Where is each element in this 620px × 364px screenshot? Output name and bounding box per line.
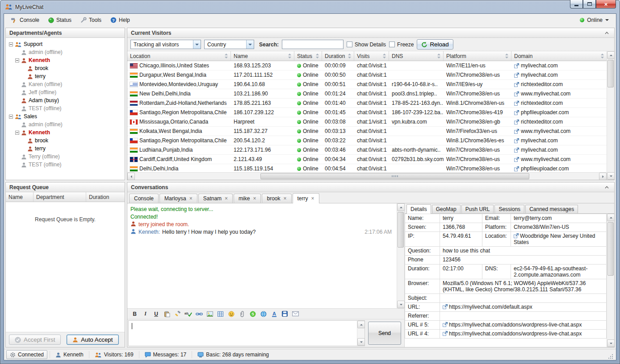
visitor-row[interactable]: Ludhiana,Punjab,India122.173.171.96Onlin… bbox=[127, 145, 607, 155]
tree-collapse-icon[interactable] bbox=[9, 42, 13, 46]
accept-first-button[interactable]: Accept First bbox=[9, 335, 61, 345]
tree-node-kenneth[interactable]: Kenneth bbox=[6, 56, 125, 64]
scrollbar-thumb[interactable] bbox=[607, 60, 614, 87]
menu-status[interactable]: Status bbox=[44, 15, 75, 25]
scrollbar-thumb[interactable] bbox=[260, 173, 530, 179]
skype-button[interactable]: S bbox=[247, 310, 258, 318]
column-header-duration[interactable]: Duration bbox=[322, 51, 354, 61]
hyperlink-button[interactable] bbox=[194, 310, 204, 318]
input-scrollbar[interactable] bbox=[357, 321, 364, 346]
visitor-row[interactable]: Durgapur,West Bengal,India117.201.111.15… bbox=[127, 70, 607, 80]
send-button[interactable]: Send bbox=[368, 322, 401, 345]
details-tab-geomap[interactable]: GeoMap bbox=[432, 205, 461, 213]
details-value[interactable]: Woodbridge New Jersey United States bbox=[511, 232, 607, 247]
details-tab-push-url[interactable]: Push URL bbox=[461, 205, 494, 213]
visitors-horizontal-scrollbar[interactable] bbox=[127, 172, 607, 180]
reload-button[interactable]: Reload bbox=[417, 39, 453, 50]
visitor-row[interactable]: Chicago,Illinois,United States168.93.125… bbox=[127, 61, 607, 70]
connection-status[interactable]: Connected bbox=[6, 350, 47, 359]
close-button[interactable]: × bbox=[596, 0, 616, 8]
close-tab-icon[interactable]: × bbox=[189, 196, 193, 201]
close-tab-icon[interactable]: × bbox=[253, 196, 256, 201]
tree-node-jeff-offline-[interactable]: Jeff (offline) bbox=[6, 88, 125, 96]
close-tab-icon[interactable]: × bbox=[284, 196, 287, 201]
email-transcript-button[interactable] bbox=[290, 310, 301, 318]
scroll-down-button[interactable] bbox=[607, 339, 615, 347]
tree-node-sales[interactable]: Sales bbox=[6, 112, 125, 120]
details-value[interactable]: https://mylivechat.com/addons/wordpress-… bbox=[440, 321, 607, 330]
visitor-row[interactable]: Kolkata,West Bengal,India115.187.32.27On… bbox=[127, 127, 607, 136]
scroll-up-button[interactable] bbox=[607, 214, 615, 221]
scroll-down-button[interactable] bbox=[397, 301, 405, 308]
bold-button[interactable]: B bbox=[130, 310, 140, 318]
freeze-checkbox[interactable]: Freeze bbox=[389, 41, 414, 48]
details-value[interactable]: https://mylivechat.com/addons/wordpress-… bbox=[440, 330, 607, 339]
search-input[interactable] bbox=[282, 40, 344, 49]
visitor-row[interactable]: Santiago,Region Metropolitana,Chile200.5… bbox=[127, 136, 607, 145]
country-filter-select[interactable]: Country bbox=[204, 40, 254, 49]
tree-collapse-icon[interactable] bbox=[15, 131, 19, 135]
resize-grip[interactable] bbox=[607, 354, 614, 360]
chat-vertical-scrollbar[interactable] bbox=[397, 203, 404, 308]
visitors-vertical-scrollbar[interactable] bbox=[607, 51, 614, 180]
details-tab-canned-messages[interactable]: Canned messages bbox=[525, 205, 578, 213]
tree-node-terry[interactable]: terry bbox=[6, 72, 125, 80]
collapse-conversations-button[interactable] bbox=[603, 184, 611, 191]
tree-node-adam-busy-[interactable]: Adam (busy) bbox=[6, 96, 125, 104]
tree-node-brook[interactable]: brook bbox=[6, 136, 125, 145]
chat-tab-mike[interactable]: mike× bbox=[234, 194, 261, 203]
paste-button[interactable] bbox=[162, 310, 172, 318]
font-color-button[interactable]: A bbox=[269, 310, 279, 318]
menu-tools[interactable]: Tools bbox=[76, 15, 105, 25]
tree-node-test-offline-[interactable]: TEST (offline) bbox=[6, 104, 125, 112]
scroll-right-button[interactable] bbox=[599, 173, 607, 180]
attachment-button[interactable] bbox=[237, 310, 247, 318]
queue-column-duration[interactable]: Duration bbox=[86, 192, 125, 202]
tree-node-kenneth[interactable]: Kenneth bbox=[6, 128, 125, 136]
scrollbar-thumb[interactable] bbox=[607, 222, 614, 276]
message-input[interactable] bbox=[129, 321, 357, 346]
scroll-up-button[interactable] bbox=[397, 203, 405, 211]
tracking-filter-select[interactable]: Tracking all visitors bbox=[130, 40, 201, 49]
visitor-row[interactable]: Santiago,Region Metropolitana,Chile186.1… bbox=[127, 108, 607, 117]
spellcheck-button[interactable]: ab bbox=[183, 310, 193, 318]
details-value[interactable]: https://mylivechat.com/default.aspx bbox=[440, 303, 607, 312]
column-header-dns[interactable]: DNS bbox=[389, 51, 444, 61]
tree-node-admin-offline-[interactable]: admin (offline) bbox=[6, 120, 125, 128]
insert-image-button[interactable] bbox=[205, 310, 215, 318]
visitor-row[interactable]: Montevideo,Montevideo,Uruguay190.64.10.6… bbox=[127, 80, 607, 89]
column-header-platform[interactable]: Platform bbox=[444, 51, 511, 61]
tree-node-admin-offline-[interactable]: admin (offline) bbox=[6, 48, 125, 56]
italic-button[interactable]: I bbox=[140, 310, 151, 318]
visitor-row[interactable]: Delhi,Delhi,India115.185.119.154Online00… bbox=[127, 164, 607, 172]
visitor-row[interactable]: New Delhi,Delhi,India103.21.186.90Online… bbox=[127, 89, 607, 99]
online-status-dropdown[interactable]: Online bbox=[575, 16, 613, 25]
details-tab-details[interactable]: Details bbox=[406, 204, 431, 214]
column-header-domain[interactable]: Domain bbox=[511, 51, 607, 61]
queue-column-name[interactable]: Name bbox=[6, 192, 34, 202]
close-tab-icon[interactable]: × bbox=[225, 196, 228, 201]
menu-help[interactable]: ? Help bbox=[106, 15, 134, 25]
details-tab-sessions[interactable]: Sessions bbox=[494, 205, 524, 213]
chat-tab-satnam[interactable]: Satnam× bbox=[198, 194, 233, 203]
maximize-button[interactable] bbox=[583, 0, 596, 8]
tree-node-brook[interactable]: brook bbox=[6, 64, 125, 72]
column-header-location[interactable]: Location bbox=[127, 51, 231, 61]
scroll-down-button[interactable] bbox=[357, 338, 365, 346]
scrollbar-thumb[interactable] bbox=[398, 212, 404, 248]
tree-node-test-offline-[interactable]: TEST (offline) bbox=[6, 161, 125, 169]
scroll-left-button[interactable] bbox=[127, 173, 135, 180]
visitor-row[interactable]: Rotterdam,Zuid-Holland,Netherlands178.85… bbox=[127, 99, 607, 108]
chat-tab-console[interactable]: Console bbox=[129, 194, 159, 203]
tree-collapse-icon[interactable] bbox=[9, 115, 13, 119]
tree-node-terry[interactable]: terry bbox=[6, 145, 125, 153]
save-transcript-button[interactable] bbox=[280, 310, 290, 318]
scroll-down-button[interactable] bbox=[607, 172, 615, 180]
chat-tab-brook[interactable]: brook× bbox=[262, 194, 291, 203]
chat-tab-marloysa[interactable]: Marloysa× bbox=[159, 194, 197, 203]
scroll-up-button[interactable] bbox=[607, 51, 615, 59]
underline-button[interactable]: U bbox=[151, 310, 161, 318]
minimize-button[interactable] bbox=[570, 0, 583, 8]
tree-node-terry-offline-[interactable]: Terry (offline) bbox=[6, 153, 125, 161]
visitor-row[interactable]: Cardiff,Cardiff,United Kingdom2.121.43.4… bbox=[127, 155, 607, 164]
